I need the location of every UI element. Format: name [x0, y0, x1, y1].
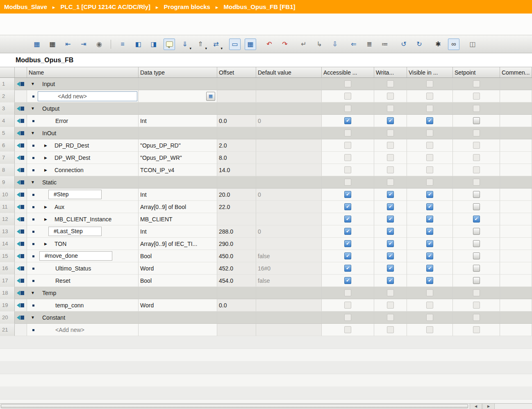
default-value-cell[interactable] — [256, 90, 322, 102]
table-row[interactable]: 1▼Input — [0, 78, 532, 90]
setpoint-checkbox[interactable] — [473, 277, 480, 284]
collapse-arrow-icon[interactable]: ▼ — [31, 291, 35, 295]
visible-checkbox[interactable] — [426, 240, 433, 247]
datatype-cell[interactable] — [139, 127, 217, 139]
collapse-members-icon[interactable]: ≔ — [379, 39, 391, 50]
visible-checkbox[interactable] — [426, 216, 433, 223]
writable-checkbox[interactable] — [387, 265, 394, 272]
insert-row-icon[interactable]: ▦ — [31, 39, 43, 50]
table-row[interactable]: 19temp_connWord0.0 — [0, 299, 532, 311]
setpoint-checkbox[interactable] — [473, 216, 480, 223]
name-cell[interactable]: ▼Input — [27, 78, 139, 90]
collapse-arrow-icon[interactable]: ▼ — [31, 82, 35, 86]
column-header[interactable]: Data type — [139, 67, 217, 77]
datatype-cell[interactable] — [139, 287, 217, 299]
monitor-all-icon[interactable]: ∞ — [448, 39, 459, 50]
column-header[interactable]: Accessible ... — [322, 67, 374, 77]
dropdown-caret-icon[interactable]: ▾ — [189, 46, 191, 50]
table-row[interactable]: 18▼Temp — [0, 287, 532, 299]
table-row[interactable]: 3▼Output — [0, 102, 532, 115]
writable-checkbox[interactable] — [387, 216, 394, 223]
snapshot-icon[interactable]: ▦ — [245, 39, 256, 50]
horizontal-scrollbar[interactable]: ◀ ▶ — [0, 403, 532, 409]
comment-cell[interactable] — [500, 152, 532, 164]
comment-cell[interactable] — [500, 164, 532, 176]
expand-members-icon[interactable]: ≣ — [364, 39, 375, 50]
breadcrumb-item[interactable]: PLC_1 [CPU 1214C AC/DC/Rly] — [61, 3, 151, 10]
column-header[interactable]: Setpoint — [453, 67, 500, 77]
writable-checkbox[interactable] — [387, 191, 394, 198]
expand-arrow-icon[interactable]: ▶ — [44, 242, 47, 246]
datatype-cell[interactable]: Int — [139, 115, 217, 127]
writable-checkbox[interactable] — [387, 240, 394, 247]
datatype-cell[interactable]: Bool — [139, 250, 217, 262]
visible-checkbox[interactable] — [426, 228, 433, 235]
name-cell[interactable]: ▶DP_WR_Dest — [27, 152, 139, 164]
table-row[interactable]: 9▼Static — [0, 176, 532, 189]
comment-cell[interactable] — [500, 250, 532, 262]
name-cell[interactable]: ▶DP_RD_Dest — [27, 139, 139, 152]
expand-arrow-icon[interactable]: ▶ — [44, 143, 47, 148]
writable-checkbox[interactable] — [387, 117, 394, 124]
default-value-cell[interactable] — [256, 78, 322, 90]
name-input[interactable]: <Add new> — [38, 91, 137, 101]
dropdown-caret-icon[interactable]: ▾ — [205, 46, 207, 50]
name-cell[interactable]: ▼Constant — [27, 311, 139, 324]
copy-snapshot-to-start-icon[interactable]: ↵ — [298, 39, 309, 50]
column-header[interactable]: Visible in ... — [407, 67, 453, 77]
column-header[interactable]: Name — [27, 67, 139, 77]
expand-arrow-icon[interactable]: ▶ — [44, 156, 47, 160]
table-row[interactable]: 8▶ConnectionTCON_IP_v414.0 — [0, 164, 532, 176]
default-value-cell[interactable] — [256, 299, 322, 311]
default-value-cell[interactable]: 16#0 — [256, 262, 322, 275]
visible-checkbox[interactable] — [426, 277, 433, 284]
comment-cell[interactable] — [500, 262, 532, 275]
default-value-cell[interactable] — [256, 127, 322, 139]
datatype-cell[interactable]: Bool — [139, 275, 217, 287]
datatype-cell[interactable] — [139, 311, 217, 324]
start-values-icon[interactable]: ▭ — [229, 39, 241, 50]
expand-arrow-icon[interactable]: ▶ — [44, 205, 47, 209]
insert-row-before-icon[interactable]: ⇤ — [62, 39, 74, 50]
setpoint-checkbox[interactable] — [473, 252, 480, 259]
comment-cell[interactable] — [500, 238, 532, 250]
table-row[interactable]: 7▶DP_WR_Dest"Opus_DP_WR"8.0 — [0, 152, 532, 164]
refresh-icon[interactable]: ↻ — [414, 39, 425, 50]
apply-start-values-icon[interactable]: ⇩ — [329, 39, 341, 50]
collapse-arrow-icon[interactable]: ▼ — [31, 315, 35, 320]
visible-checkbox[interactable] — [426, 252, 433, 259]
default-value-cell[interactable] — [256, 139, 322, 152]
comment-toggle-icon[interactable] — [164, 39, 175, 50]
table-row[interactable]: 2<Add new>▦ — [0, 90, 532, 102]
default-value-cell[interactable]: 0 — [256, 189, 322, 201]
comment-cell[interactable] — [500, 311, 532, 324]
datatype-cell[interactable]: MB_CLIENT — [139, 213, 217, 225]
reset-start-values-icon[interactable]: ↶ — [264, 39, 275, 50]
comment-cell[interactable] — [500, 90, 532, 102]
writable-checkbox[interactable] — [387, 203, 394, 210]
name-cell[interactable]: temp_conn — [27, 299, 139, 311]
setpoint-checkbox[interactable] — [473, 191, 480, 198]
setpoint-checkbox[interactable] — [473, 117, 480, 124]
name-cell[interactable]: #Last_Step — [27, 225, 139, 238]
default-value-cell[interactable] — [256, 324, 322, 336]
table-row[interactable]: 13#Last_StepInt288.00 — [0, 225, 532, 238]
accessible-checkbox[interactable] — [344, 191, 351, 198]
writable-checkbox[interactable] — [387, 277, 394, 284]
datatype-cell[interactable]: Int — [139, 189, 217, 201]
default-value-cell[interactable] — [256, 311, 322, 324]
sort-rows-icon[interactable]: ≡ — [117, 39, 128, 50]
visible-checkbox[interactable] — [426, 117, 433, 124]
datatype-cell[interactable]: Array[0..9] of Bool — [139, 201, 217, 213]
add-row-icon[interactable]: ▦ — [47, 39, 58, 50]
discard-snapshot-icon[interactable]: ↷ — [279, 39, 291, 50]
datatype-cell[interactable]: Array[0..9] of IEC_TI... — [139, 238, 217, 250]
row-name-highlight[interactable]: #Step — [48, 190, 102, 199]
accessible-checkbox[interactable] — [344, 277, 351, 284]
name-cell[interactable]: Ultimo_Status — [27, 262, 139, 275]
datatype-cell[interactable] — [139, 176, 217, 189]
datatype-cell[interactable]: Word — [139, 262, 217, 275]
default-value-cell[interactable] — [256, 176, 322, 189]
comment-cell[interactable] — [500, 139, 532, 152]
download-values-icon[interactable]: ⇓▾ — [179, 39, 191, 50]
